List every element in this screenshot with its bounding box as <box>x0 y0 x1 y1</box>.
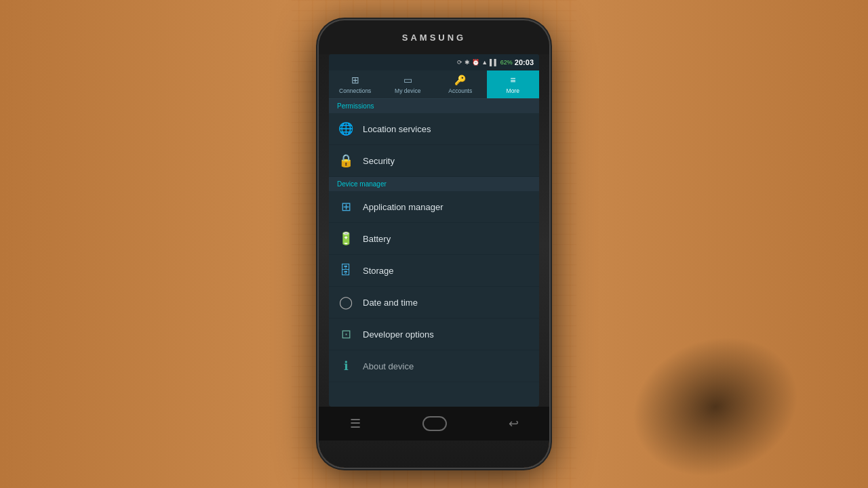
menu-button[interactable]: ☰ <box>350 416 361 431</box>
settings-list: Permissions 🌐 Location services 🔒 Securi… <box>329 99 539 407</box>
tab-more-label: More <box>507 87 519 94</box>
status-icon-alarm: ⏰ <box>472 59 479 66</box>
setting-item-security[interactable]: 🔒 Security <box>329 145 539 177</box>
setting-item-about-device[interactable]: ℹ About device <box>329 350 539 382</box>
setting-item-storage[interactable]: 🗄 Storage <box>329 255 539 287</box>
security-icon: 🔒 <box>337 152 355 169</box>
phone-wrapper: SAMSUNG ⟳ ✱ ⏰ ▲ ▌▌ 62% 20:03 <box>319 20 549 468</box>
storage-icon: 🗄 <box>337 262 355 279</box>
storage-label: Storage <box>363 266 394 276</box>
phone-shell: SAMSUNG ⟳ ✱ ⏰ ▲ ▌▌ 62% 20:03 <box>319 20 549 468</box>
section-header-device-manager: Device manager <box>329 177 539 191</box>
app-manager-icon: ⊞ <box>337 198 355 216</box>
status-time: 20:03 <box>515 58 534 66</box>
finger-shadow <box>612 314 818 488</box>
date-time-label: Date and time <box>363 298 418 308</box>
status-bar: ⟳ ✱ ⏰ ▲ ▌▌ 62% 20:03 <box>329 54 539 70</box>
setting-item-developer-options[interactable]: ⊡ Developer options <box>329 319 539 350</box>
security-label: Security <box>363 156 395 166</box>
tab-connections-label: Connections <box>339 87 371 94</box>
status-icon-rotation: ⟳ <box>457 59 462 66</box>
wood-bg-right <box>576 0 868 488</box>
status-icon-bt: ✱ <box>465 59 470 66</box>
section-header-permissions: Permissions <box>329 99 539 113</box>
home-button[interactable] <box>422 416 447 431</box>
developer-options-label: Developer options <box>363 329 434 340</box>
status-icons: ⟳ ✱ ⏰ ▲ ▌▌ 62% 20:03 <box>457 58 534 66</box>
tab-my-device[interactable]: ▭ My device <box>382 70 435 98</box>
app-manager-label: Application manager <box>363 202 443 212</box>
tab-mydevice-label: My device <box>395 87 420 94</box>
tab-accounts[interactable]: 🔑 Accounts <box>434 70 487 98</box>
back-button[interactable]: ↩ <box>509 416 519 431</box>
phone-screen: ⟳ ✱ ⏰ ▲ ▌▌ 62% 20:03 ⊞ Connections <box>329 54 539 407</box>
battery-percentage: 62% <box>500 59 513 66</box>
date-time-icon: ◯ <box>337 293 355 311</box>
about-device-icon: ℹ <box>337 357 355 375</box>
phone-bottom-nav: ☰ ↩ <box>319 407 549 441</box>
setting-item-date-time[interactable]: ◯ Date and time <box>329 287 539 319</box>
accounts-icon: 🔑 <box>454 75 466 85</box>
tab-navigation: ⊞ Connections ▭ My device 🔑 Accounts ≡ M… <box>329 70 539 99</box>
wood-bg-left <box>0 0 292 488</box>
battery-label: Battery <box>363 234 391 244</box>
about-device-label: About device <box>363 361 414 371</box>
battery-icon: 🔋 <box>337 230 355 247</box>
tab-more[interactable]: ≡ More <box>487 70 540 98</box>
status-icon-signal: ▌▌ <box>490 59 498 66</box>
location-services-icon: 🌐 <box>337 120 355 138</box>
setting-item-location[interactable]: 🌐 Location services <box>329 113 539 145</box>
scene: SAMSUNG ⟳ ✱ ⏰ ▲ ▌▌ 62% 20:03 <box>0 0 868 488</box>
developer-options-icon: ⊡ <box>337 325 355 343</box>
mydevice-icon: ▭ <box>403 75 412 85</box>
connections-icon: ⊞ <box>351 75 359 85</box>
tab-connections[interactable]: ⊞ Connections <box>329 70 382 98</box>
status-icon-wifi: ▲ <box>481 59 488 66</box>
phone-top-bar: SAMSUNG <box>319 20 549 54</box>
more-icon: ≡ <box>510 75 515 85</box>
location-services-label: Location services <box>363 124 431 134</box>
setting-item-battery[interactable]: 🔋 Battery <box>329 223 539 255</box>
setting-item-app-manager[interactable]: ⊞ Application manager <box>329 191 539 223</box>
samsung-logo: SAMSUNG <box>402 33 466 43</box>
tab-accounts-label: Accounts <box>448 87 472 94</box>
